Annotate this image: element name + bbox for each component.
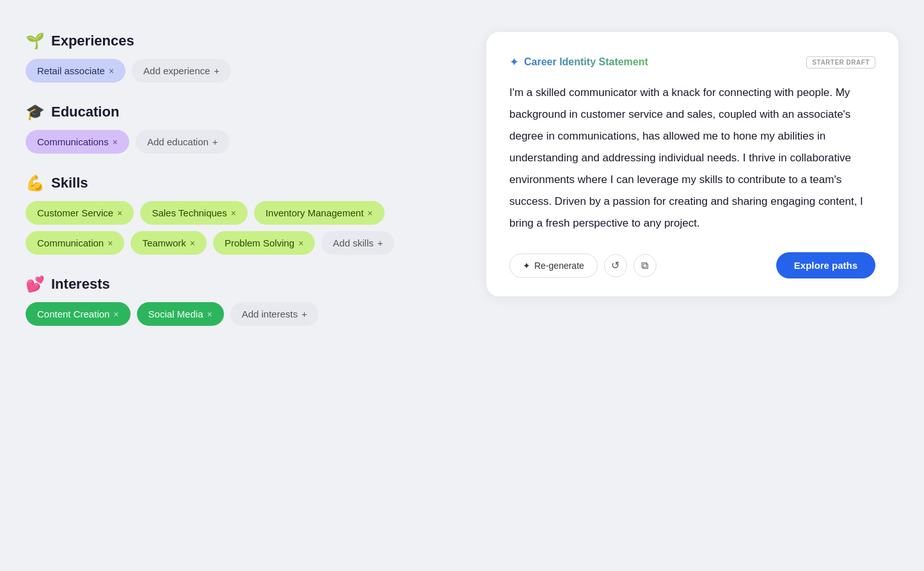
skill-tag-problem-solving[interactable]: Problem Solving × — [213, 231, 315, 255]
skill-tag-sales-techniques[interactable]: Sales Techniques × — [140, 201, 248, 225]
skill-tag-problem-solving-label: Problem Solving — [225, 237, 294, 248]
experience-tag-retail[interactable]: Retail associate × — [26, 59, 125, 83]
right-panel: ✦ Career Identity Statement STARTER DRAF… — [486, 26, 898, 545]
education-heading: Education — [51, 104, 119, 120]
copy-icon: ⧉ — [641, 260, 648, 271]
skill-tag-sales-techniques-label: Sales Techniques — [152, 207, 227, 218]
skill-tag-sales-techniques-remove[interactable]: × — [231, 208, 236, 218]
education-emoji: 🎓 — [26, 103, 45, 121]
skill-tag-customer-service-remove[interactable]: × — [117, 208, 122, 218]
interest-tag-content-creation-remove[interactable]: × — [113, 309, 118, 319]
education-tag-remove[interactable]: × — [113, 137, 118, 147]
left-panel: 🌱 Experiences Retail associate × Add exp… — [26, 26, 461, 545]
add-skills-button[interactable]: Add skills + — [321, 231, 394, 255]
sparkle-icon: ✦ — [509, 55, 519, 69]
skill-tag-teamwork-remove[interactable]: × — [190, 238, 195, 248]
interests-tags: Content Creation × Social Media × Add in… — [26, 302, 461, 326]
experiences-title: 🌱 Experiences — [26, 32, 461, 50]
add-education-icon: + — [212, 136, 218, 147]
regenerate-label: Re-generate — [534, 261, 584, 271]
card-footer: ✦ Re-generate ↺ ⧉ Explore paths — [509, 252, 875, 278]
skill-tag-communication-label: Communication — [37, 237, 104, 248]
interest-tag-social-media-label: Social Media — [148, 309, 203, 319]
add-skills-icon: + — [378, 237, 383, 248]
experiences-heading: Experiences — [51, 33, 134, 49]
interest-tag-social-media-remove[interactable]: × — [207, 309, 212, 319]
skills-heading: Skills — [51, 175, 88, 191]
career-identity-card: ✦ Career Identity Statement STARTER DRAF… — [486, 32, 898, 296]
career-identity-body: I'm a skilled communicator with a knack … — [509, 82, 875, 234]
education-section: 🎓 Education Communications × Add educati… — [26, 103, 461, 154]
experiences-emoji: 🌱 — [26, 32, 45, 50]
add-experience-button[interactable]: Add experience + — [132, 59, 231, 83]
skill-tag-inventory-management-remove[interactable]: × — [367, 208, 372, 218]
add-interests-button[interactable]: Add interests + — [230, 302, 319, 326]
education-tags: Communications × Add education + — [26, 130, 461, 154]
skill-tag-teamwork[interactable]: Teamwork × — [131, 231, 207, 255]
education-tag-communications[interactable]: Communications × — [26, 130, 129, 154]
add-skills-label: Add skills — [333, 237, 373, 248]
skill-tag-communication[interactable]: Communication × — [26, 231, 124, 255]
skill-tag-inventory-management[interactable]: Inventory Management × — [254, 201, 385, 225]
interest-tag-social-media[interactable]: Social Media × — [137, 302, 224, 326]
interests-emoji: 💕 — [26, 275, 45, 293]
skill-tag-teamwork-label: Teamwork — [142, 237, 186, 248]
copy-button[interactable]: ⧉ — [633, 254, 657, 277]
experiences-section: 🌱 Experiences Retail associate × Add exp… — [26, 32, 461, 83]
career-identity-label: Career Identity Statement — [524, 56, 648, 68]
add-education-button[interactable]: Add education + — [136, 130, 230, 154]
interest-tag-content-creation-label: Content Creation — [37, 309, 109, 319]
skill-tag-problem-solving-remove[interactable]: × — [298, 238, 303, 248]
card-header: ✦ Career Identity Statement STARTER DRAF… — [509, 55, 875, 69]
experience-tag-remove[interactable]: × — [109, 66, 114, 76]
education-title: 🎓 Education — [26, 103, 461, 121]
skill-tag-customer-service-label: Customer Service — [37, 207, 113, 218]
explore-paths-button[interactable]: Explore paths — [776, 252, 875, 278]
skill-tag-communication-remove[interactable]: × — [108, 238, 113, 248]
history-icon: ↺ — [611, 259, 619, 271]
add-experience-label: Add experience — [143, 65, 210, 76]
card-header-left: ✦ Career Identity Statement — [509, 55, 648, 69]
skills-section: 💪 Skills Customer Service × Sales Techni… — [26, 174, 461, 255]
add-education-label: Add education — [147, 136, 209, 147]
regenerate-button[interactable]: ✦ Re-generate — [509, 253, 598, 278]
skills-tags: Customer Service × Sales Techniques × In… — [26, 201, 461, 255]
experiences-tags: Retail associate × Add experience + — [26, 59, 461, 83]
skills-title: 💪 Skills — [26, 174, 461, 192]
footer-left: ✦ Re-generate ↺ ⧉ — [509, 253, 657, 278]
add-interests-label: Add interests — [242, 309, 298, 319]
skills-emoji: 💪 — [26, 174, 45, 192]
interest-tag-content-creation[interactable]: Content Creation × — [26, 302, 131, 326]
skill-tag-customer-service[interactable]: Customer Service × — [26, 201, 134, 225]
interests-title: 💕 Interests — [26, 275, 461, 293]
interests-section: 💕 Interests Content Creation × Social Me… — [26, 275, 461, 326]
experience-tag-label: Retail associate — [37, 65, 105, 76]
history-button[interactable]: ↺ — [604, 254, 627, 277]
interests-heading: Interests — [51, 276, 110, 293]
starter-draft-badge: STARTER DRAFT — [806, 56, 875, 68]
add-experience-icon: + — [214, 65, 219, 76]
education-tag-label: Communications — [37, 136, 109, 147]
add-interests-icon: + — [301, 309, 307, 319]
skill-tag-inventory-management-label: Inventory Management — [266, 207, 363, 218]
regenerate-icon: ✦ — [523, 261, 530, 271]
